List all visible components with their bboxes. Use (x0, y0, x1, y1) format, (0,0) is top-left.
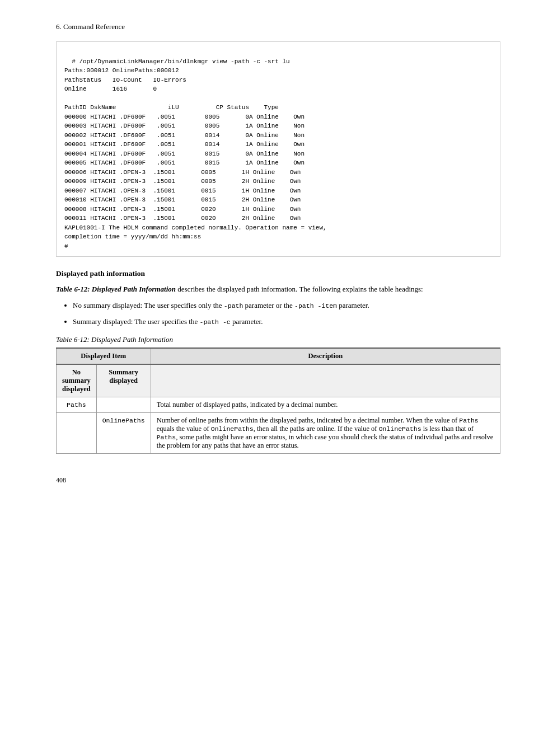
bullet-item-2: Summary displayed: The user specifies th… (73, 316, 500, 328)
onlinepaths-summary: OnlinePaths (96, 413, 151, 454)
table-row: Paths Total number of displayed paths, i… (57, 397, 500, 413)
code-content: # /opt/DynamicLinkManager/bin/dlnkmgr vi… (64, 58, 327, 250)
paths-summary (96, 397, 151, 413)
code-block: # /opt/DynamicLinkManager/bin/dlnkmgr vi… (56, 41, 500, 257)
col-no-summary: No summary displayed (57, 364, 97, 397)
section-heading: Displayed path information (56, 269, 500, 278)
bullet-list: No summary displayed: The user specifies… (73, 300, 500, 328)
col-description: Description (151, 348, 500, 364)
header-text: 6. Command Reference (56, 22, 125, 31)
onlinepaths-no-summary (57, 413, 97, 454)
col-displayed-item: Displayed Item (57, 348, 151, 364)
col-summary: Summary displayed (96, 364, 151, 397)
paths-no-summary: Paths (57, 397, 97, 413)
paths-description: Total number of displayed paths, indicat… (151, 397, 500, 413)
table-row: OnlinePaths Number of online paths from … (57, 413, 500, 454)
table-caption: Table 6-12: Displayed Path Information (56, 335, 500, 344)
page-header: 6. Command Reference (56, 22, 500, 31)
intro-text: describes the displayed path information… (177, 285, 423, 293)
intro-paragraph: Table 6-12: Displayed Path Information d… (56, 284, 500, 295)
table-sub-header-row: No summary displayed Summary displayed (57, 364, 500, 397)
onlinepaths-description: Number of online paths from within the d… (151, 413, 500, 454)
table-body: Paths Total number of displayed paths, i… (57, 397, 500, 454)
table-header-row: Displayed Item Description (57, 348, 500, 364)
page-number: 408 (56, 476, 500, 485)
table-ref-italic: Table 6-12: Displayed Path Information (56, 285, 176, 293)
col-desc-placeholder (151, 364, 500, 397)
displayed-path-table: Displayed Item Description No summary di… (56, 348, 500, 454)
bullet-item-1: No summary displayed: The user specifies… (73, 300, 500, 312)
